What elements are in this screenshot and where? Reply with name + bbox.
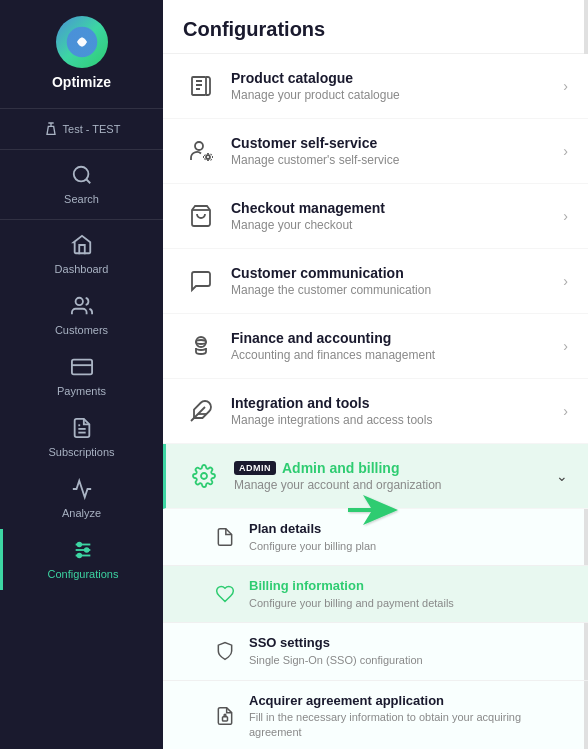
sub-item-plan-details-text: Plan details Configure your billing plan	[249, 521, 568, 553]
test-badge: Test - TEST	[0, 113, 163, 145]
svg-point-12	[78, 554, 82, 558]
sidebar-item-dashboard[interactable]: Dashboard	[0, 224, 163, 285]
sub-item-sso-settings-subtitle: Single Sign-On (SSO) configuration	[249, 653, 568, 667]
config-item-finance-accounting-title: Finance and accounting	[231, 329, 563, 347]
coins-icon	[183, 328, 219, 364]
config-item-customer-self-service-text: Customer self-service Manage customer's …	[231, 134, 563, 169]
shield-icon	[211, 637, 239, 665]
sidebar-item-customers-label: Customers	[55, 324, 108, 336]
payments-icon	[71, 356, 93, 381]
person-gear-icon	[183, 133, 219, 169]
sidebar-item-subscriptions[interactable]: Subscriptions	[0, 407, 163, 468]
config-item-integration-tools[interactable]: Integration and tools Manage integration…	[163, 379, 588, 444]
config-item-integration-tools-text: Integration and tools Manage integration…	[231, 394, 563, 429]
sidebar-item-customers[interactable]: Customers	[0, 285, 163, 346]
config-item-product-catalogue[interactable]: Product catalogue Manage your product ca…	[163, 54, 588, 119]
chevron-right-icon: ›	[563, 78, 568, 94]
sub-item-plan-details-title: Plan details	[249, 521, 568, 538]
sidebar-item-payments[interactable]: Payments	[0, 346, 163, 407]
config-item-checkout-management-text: Checkout management Manage your checkout	[231, 199, 563, 234]
sidebar-item-dashboard-label: Dashboard	[55, 263, 109, 275]
config-item-customer-communication-subtitle: Manage the customer communication	[231, 283, 563, 299]
sub-item-plan-details[interactable]: Plan details Configure your billing plan	[163, 509, 588, 566]
svg-point-10	[78, 543, 82, 547]
sub-item-billing-information[interactable]: Billing information Configure your billi…	[163, 566, 588, 623]
sidebar: Optimize Test - TEST Search Dashboard	[0, 0, 163, 749]
sidebar-item-configurations[interactable]: Configurations	[0, 529, 163, 590]
config-item-customer-communication[interactable]: Customer communication Manage the custom…	[163, 249, 588, 314]
config-item-admin-billing-text: ADMIN Admin and billing Manage your acco…	[234, 459, 556, 494]
sub-item-billing-information-text: Billing information Configure your billi…	[249, 578, 568, 610]
puzzle-icon	[183, 393, 219, 429]
config-item-finance-accounting-text: Finance and accounting Accounting and fi…	[231, 329, 563, 364]
basket-icon	[183, 198, 219, 234]
sidebar-item-search[interactable]: Search	[0, 154, 163, 215]
home-icon	[71, 234, 93, 259]
svg-point-15	[206, 155, 210, 159]
sub-item-acquirer-agreement[interactable]: Acquirer agreement application Fill in t…	[163, 681, 588, 749]
chevron-right-icon-6: ›	[563, 403, 568, 419]
sub-item-billing-information-title: Billing information	[249, 578, 568, 595]
sub-item-sso-settings-text: SSO settings Single Sign-On (SSO) config…	[249, 635, 568, 667]
page-title: Configurations	[183, 18, 568, 41]
page-header: Configurations	[163, 0, 588, 54]
svg-rect-22	[223, 717, 228, 721]
main-content: Configurations Product catalogue Manage …	[163, 0, 588, 749]
sub-item-plan-details-subtitle: Configure your billing plan	[249, 539, 568, 553]
chat-icon	[183, 263, 219, 299]
document-icon	[211, 523, 239, 551]
analyze-icon	[71, 478, 93, 503]
svg-rect-3	[71, 360, 91, 375]
svg-point-2	[75, 298, 82, 305]
config-item-product-catalogue-subtitle: Manage your product catalogue	[231, 88, 563, 104]
config-item-integration-tools-subtitle: Manage integrations and access tools	[231, 413, 563, 429]
svg-point-21	[201, 473, 207, 479]
config-item-customer-self-service-title: Customer self-service	[231, 134, 563, 152]
search-icon	[71, 164, 93, 189]
config-list: Product catalogue Manage your product ca…	[163, 54, 588, 749]
sidebar-item-analyze[interactable]: Analyze	[0, 468, 163, 529]
config-item-admin-billing-subtitle: Manage your account and organization	[234, 478, 556, 494]
svg-point-1	[73, 167, 88, 182]
config-item-admin-billing-title: Admin and billing	[282, 459, 399, 477]
sub-item-billing-information-subtitle: Configure your billing and payment detai…	[249, 596, 568, 610]
sidebar-divider-2	[0, 149, 163, 150]
config-item-customer-communication-text: Customer communication Manage the custom…	[231, 264, 563, 299]
sub-item-sso-settings-title: SSO settings	[249, 635, 568, 652]
config-item-checkout-management[interactable]: Checkout management Manage your checkout…	[163, 184, 588, 249]
config-item-checkout-management-title: Checkout management	[231, 199, 563, 217]
customers-icon	[71, 295, 93, 320]
sidebar-item-configurations-label: Configurations	[48, 568, 119, 580]
sidebar-item-subscriptions-label: Subscriptions	[48, 446, 114, 458]
sidebar-item-payments-label: Payments	[57, 385, 106, 397]
test-badge-label: Test - TEST	[63, 123, 121, 135]
book-icon	[183, 68, 219, 104]
chevron-right-icon-3: ›	[563, 208, 568, 224]
config-item-customer-communication-title: Customer communication	[231, 264, 563, 282]
config-item-finance-accounting[interactable]: Finance and accounting Accounting and fi…	[163, 314, 588, 379]
config-item-product-catalogue-text: Product catalogue Manage your product ca…	[231, 69, 563, 104]
sub-item-sso-settings[interactable]: SSO settings Single Sign-On (SSO) config…	[163, 623, 588, 680]
admin-sub-items: Plan details Configure your billing plan…	[163, 509, 588, 749]
sidebar-item-analyze-label: Analyze	[62, 507, 101, 519]
config-item-integration-tools-title: Integration and tools	[231, 394, 563, 412]
config-item-admin-billing[interactable]: ADMIN Admin and billing Manage your acco…	[163, 444, 588, 509]
app-logo	[56, 16, 108, 68]
configurations-icon	[72, 539, 94, 564]
config-item-finance-accounting-subtitle: Accounting and finances management	[231, 348, 563, 364]
config-item-checkout-management-subtitle: Manage your checkout	[231, 218, 563, 234]
svg-point-14	[195, 142, 203, 150]
chevron-right-icon-4: ›	[563, 273, 568, 289]
svg-point-18	[196, 340, 206, 344]
sidebar-divider-1	[0, 108, 163, 109]
sub-item-acquirer-agreement-subtitle: Fill in the necessary information to obt…	[249, 710, 568, 739]
chevron-down-icon: ⌄	[556, 468, 568, 484]
piggy-icon	[211, 580, 239, 608]
config-item-customer-self-service[interactable]: Customer self-service Manage customer's …	[163, 119, 588, 184]
doc-lock-icon	[211, 702, 239, 730]
subscriptions-icon	[71, 417, 93, 442]
config-item-customer-self-service-subtitle: Manage customer's self-service	[231, 153, 563, 169]
sub-item-acquirer-agreement-text: Acquirer agreement application Fill in t…	[249, 693, 568, 739]
svg-rect-13	[192, 77, 206, 95]
sub-item-acquirer-agreement-title: Acquirer agreement application	[249, 693, 568, 710]
